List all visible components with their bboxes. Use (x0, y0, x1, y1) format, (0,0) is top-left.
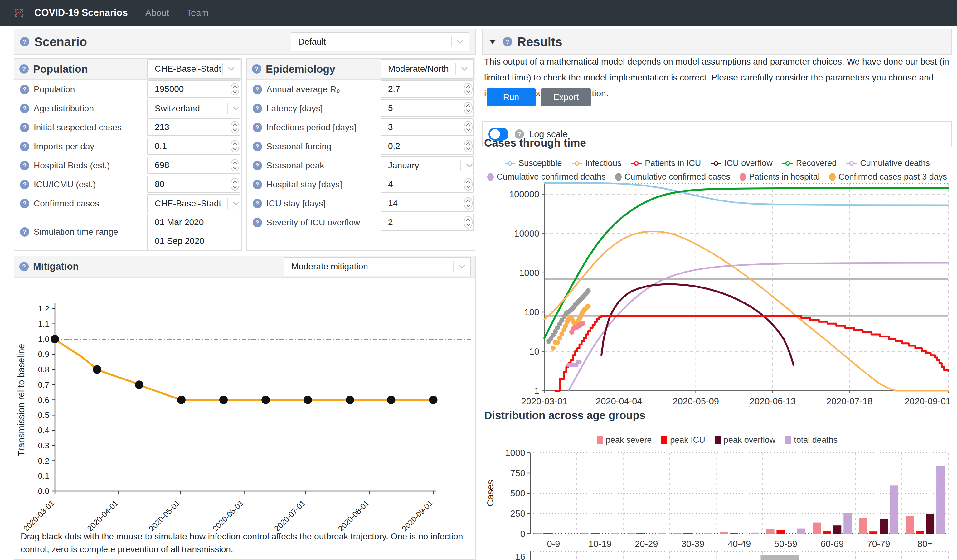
stepper-icon[interactable] (464, 216, 473, 229)
help-icon[interactable]: ? (20, 142, 29, 151)
number-input[interactable]: 80 (147, 175, 240, 193)
param-label: Infectious period [days] (266, 123, 356, 133)
stepper-icon[interactable] (464, 83, 473, 96)
legend-item: Recovered (782, 158, 837, 168)
help-icon[interactable]: ? (20, 104, 29, 113)
population-preset-select[interactable]: CHE-Basel-Stadt (147, 59, 240, 79)
param-label: Population (34, 85, 75, 95)
mitigation-card-header: ? Mitigation Moderate mitigation (14, 256, 475, 278)
number-input[interactable]: 3 (381, 118, 474, 136)
stepper-icon[interactable] (464, 121, 473, 134)
select-input[interactable]: CHE-Basel-Stadt (147, 194, 240, 213)
number-input[interactable]: 213 (147, 118, 240, 136)
legend-item: Infectious (572, 158, 622, 168)
number-input[interactable]: 698 (147, 156, 240, 174)
help-icon[interactable]: ? (253, 142, 262, 151)
export-button[interactable]: Export (541, 88, 591, 106)
scenario-title: Scenario (34, 35, 87, 49)
line-marker-icon (504, 161, 516, 166)
number-input[interactable]: 2.7 (381, 80, 474, 98)
number-value: 2.7 (381, 84, 464, 94)
help-icon[interactable]: ? (253, 104, 262, 113)
help-icon[interactable]: ? (253, 85, 262, 94)
help-icon[interactable]: ? (20, 199, 29, 208)
help-icon[interactable]: ? (253, 180, 262, 189)
select-input[interactable]: January (381, 156, 474, 175)
param-row: ?Seasonal peakJanuary (247, 156, 475, 175)
virus-logo-icon (12, 6, 26, 20)
square-marker-icon (597, 436, 603, 444)
help-icon[interactable]: ? (253, 199, 262, 208)
stepper-icon[interactable] (230, 159, 240, 172)
svg-text:2020-03-01: 2020-03-01 (521, 396, 567, 406)
nav-link-about[interactable]: About (145, 8, 169, 18)
stepper-icon[interactable] (464, 140, 473, 153)
scenario-preset-select[interactable]: Default (291, 32, 469, 52)
svg-text:70-79: 70-79 (867, 539, 890, 549)
param-row: ?Hospital stay [days]4 (247, 175, 475, 194)
param-row: ?Annual average R₀2.7 (247, 80, 475, 99)
help-icon[interactable]: ? (253, 123, 262, 132)
help-icon[interactable]: ? (252, 64, 261, 74)
stepper-icon[interactable] (230, 140, 240, 153)
help-icon[interactable]: ? (20, 180, 29, 189)
number-input[interactable]: 0.2 (381, 137, 474, 155)
legend-label: peak ICU (670, 435, 705, 445)
collapse-caret-icon[interactable] (489, 39, 496, 44)
svg-text:80+: 80+ (918, 539, 933, 549)
help-icon[interactable]: ? (253, 218, 262, 227)
number-input[interactable]: 5 (381, 99, 474, 117)
param-row: ?ICU/ICMU (est.)80 (14, 175, 242, 194)
legend-item: Patients in hospital (739, 172, 820, 182)
help-icon[interactable]: ? (20, 227, 29, 237)
param-row: ?Initial suspected cases213 (14, 118, 242, 137)
svg-text:50-59: 50-59 (774, 539, 797, 549)
param-label: Hospital Beds (est.) (34, 161, 110, 170)
param-label: Imports per day (34, 142, 95, 151)
param-row: ?Population195000 (14, 80, 242, 99)
stepper-icon[interactable] (464, 197, 473, 210)
stepper-icon[interactable] (230, 83, 240, 96)
help-icon[interactable]: ? (253, 161, 262, 170)
help-icon[interactable]: ? (20, 123, 29, 132)
number-input[interactable]: 14 (381, 194, 474, 212)
nav-link-team[interactable]: Team (186, 8, 209, 18)
param-label: Seasonal peak (266, 161, 324, 170)
select-input[interactable]: Switzerland (147, 99, 240, 118)
stepper-icon[interactable] (464, 178, 473, 191)
date-range-input[interactable]: 01 Mar 202001 Sep 2020 (147, 214, 240, 250)
epidemiology-preset-select[interactable]: Moderate/North (381, 59, 474, 79)
number-value: 0.2 (381, 141, 464, 151)
line-marker-icon (782, 161, 793, 166)
param-row: ?Imports per day0.1 (14, 137, 242, 156)
chevron-down-icon (457, 39, 464, 44)
number-input[interactable]: 0.1 (147, 137, 240, 155)
run-button[interactable]: Run (486, 88, 535, 106)
param-label: Severity of ICU overflow (266, 218, 360, 228)
help-icon[interactable]: ? (503, 37, 512, 46)
line-marker-icon (710, 161, 722, 166)
brand-link[interactable]: COVID-19 Scenarios (34, 7, 128, 18)
select-value: January (381, 161, 460, 170)
stepper-icon[interactable] (230, 178, 240, 191)
legend-label: peak severe (606, 435, 652, 445)
mitigation-note: Drag black dots with the mouse to simula… (21, 530, 478, 556)
svg-text:40-49: 40-49 (728, 539, 751, 549)
help-icon[interactable]: ? (19, 262, 29, 271)
number-value: 4 (381, 179, 464, 189)
help-icon[interactable]: ? (19, 64, 29, 74)
legend-label: total deaths (794, 435, 837, 445)
param-row: ?Infectious period [days]3 (247, 118, 475, 137)
chevron-down-icon (233, 202, 240, 206)
dot-marker-icon (829, 173, 835, 181)
mitigation-preset-select[interactable]: Moderate mitigation (284, 257, 471, 276)
number-input[interactable]: 4 (381, 175, 474, 193)
help-icon[interactable]: ? (20, 161, 29, 170)
number-input[interactable]: 2 (381, 214, 474, 231)
stepper-icon[interactable] (464, 102, 473, 115)
stepper-icon[interactable] (230, 121, 240, 134)
help-icon[interactable]: ? (20, 85, 29, 94)
help-icon[interactable]: ? (20, 37, 29, 46)
legend-item: peak severe (597, 435, 652, 445)
number-input[interactable]: 195000 (147, 80, 240, 98)
